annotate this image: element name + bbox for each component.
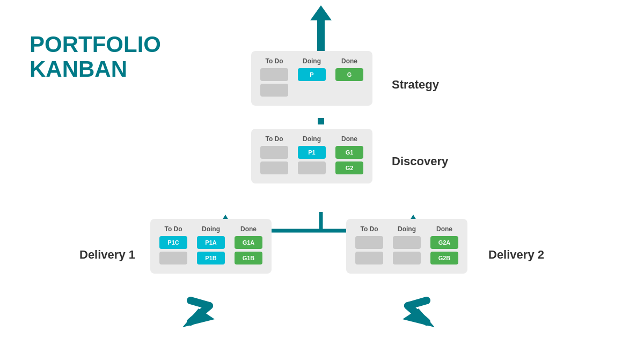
strategy-doing-card1: P bbox=[298, 68, 326, 81]
strategy-board: To Do Doing P Done G bbox=[251, 51, 372, 106]
strategy-label: Strategy bbox=[392, 78, 439, 92]
delivery1-done-card2: G1B bbox=[235, 252, 262, 264]
delivery1-todo-header: To Do bbox=[164, 225, 182, 233]
svg-marker-15 bbox=[182, 308, 215, 327]
strategy-todo-header: To Do bbox=[265, 57, 283, 65]
delivery2-todo-header: To Do bbox=[360, 225, 378, 233]
delivery1-doing-card1: P1A bbox=[197, 236, 225, 249]
strategy-done-header: Done bbox=[341, 57, 357, 65]
delivery2-doing-card1 bbox=[393, 236, 421, 249]
discovery-board: To Do Doing P1 Done G1 G2 bbox=[251, 129, 372, 183]
delivery2-label: Delivery 2 bbox=[488, 248, 544, 262]
discovery-done-card1: G1 bbox=[335, 146, 363, 159]
delivery1-doing-card2: P1B bbox=[197, 252, 225, 264]
delivery1-label: Delivery 1 bbox=[79, 248, 135, 262]
delivery2-todo-card1 bbox=[355, 236, 383, 249]
title-line2: KANBAN bbox=[30, 57, 161, 82]
discovery-label: Discovery bbox=[392, 155, 448, 168]
discovery-todo-card1 bbox=[260, 146, 288, 159]
svg-line-17 bbox=[408, 300, 427, 306]
svg-line-14 bbox=[191, 300, 209, 306]
svg-line-16 bbox=[408, 306, 427, 322]
svg-rect-5 bbox=[318, 118, 324, 124]
strategy-done-col: Done G bbox=[331, 55, 368, 101]
strategy-todo-card2 bbox=[260, 84, 288, 97]
discovery-doing-header: Doing bbox=[303, 135, 321, 143]
discovery-done-col: Done G1 G2 bbox=[331, 133, 368, 179]
page-title: PORTFOLIO KANBAN bbox=[30, 32, 161, 82]
delivery2-todo-card2 bbox=[355, 252, 383, 264]
discovery-doing-card1: P1 bbox=[298, 146, 326, 159]
discovery-done-header: Done bbox=[341, 135, 357, 143]
svg-marker-4 bbox=[310, 5, 332, 20]
strategy-done-card1: G bbox=[335, 68, 363, 81]
svg-line-13 bbox=[191, 306, 209, 322]
delivery2-done-card1: G2A bbox=[430, 236, 458, 249]
delivery1-todo-col: To Do P1C bbox=[155, 223, 192, 269]
strategy-doing-col: Doing P bbox=[293, 55, 331, 101]
delivery2-doing-col: Doing bbox=[388, 223, 426, 269]
discovery-doing-col: Doing P1 bbox=[293, 133, 331, 179]
delivery1-todo-card2 bbox=[159, 252, 187, 264]
strategy-todo-card1 bbox=[260, 68, 288, 81]
delivery2-doing-header: Doing bbox=[398, 225, 416, 233]
svg-marker-18 bbox=[402, 308, 435, 327]
delivery1-doing-header: Doing bbox=[202, 225, 220, 233]
delivery2-doing-card2 bbox=[393, 252, 421, 264]
discovery-todo-header: To Do bbox=[265, 135, 283, 143]
discovery-todo-card2 bbox=[260, 161, 288, 174]
delivery2-todo-col: To Do bbox=[350, 223, 388, 269]
delivery1-done-card1: G1A bbox=[235, 236, 262, 249]
discovery-done-card2: G2 bbox=[335, 161, 363, 174]
title-line1: PORTFOLIO bbox=[30, 32, 161, 57]
discovery-doing-card2 bbox=[298, 161, 326, 174]
delivery2-done-col: Done G2A G2B bbox=[426, 223, 463, 269]
delivery1-done-col: Done G1A G1B bbox=[230, 223, 267, 269]
delivery2-done-header: Done bbox=[436, 225, 452, 233]
strategy-doing-header: Doing bbox=[303, 57, 321, 65]
delivery1-todo-card1: P1C bbox=[159, 236, 187, 249]
strategy-todo-col: To Do bbox=[255, 55, 293, 101]
delivery1-doing-col: Doing P1A P1B bbox=[192, 223, 230, 269]
delivery2-done-card2: G2B bbox=[430, 252, 458, 264]
delivery2-board: To Do Doing Done G2A G2B bbox=[346, 219, 467, 274]
discovery-todo-col: To Do bbox=[255, 133, 293, 179]
delivery1-done-header: Done bbox=[240, 225, 257, 233]
delivery1-board: To Do P1C Doing P1A P1B Done G1A G1B bbox=[150, 219, 272, 274]
